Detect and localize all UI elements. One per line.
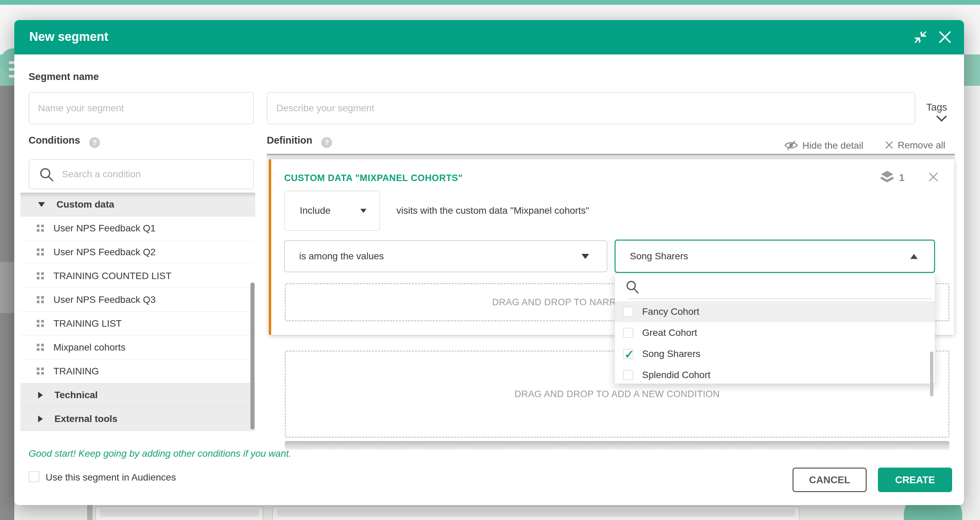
conditions-help-icon[interactable]: ? xyxy=(89,137,100,148)
checkbox-unchecked[interactable] xyxy=(623,328,633,338)
card-close-icon[interactable] xyxy=(928,172,939,183)
group-label: Technical xyxy=(54,390,98,401)
group-label: External tools xyxy=(54,413,118,425)
condition-item-label: TRAINING LIST xyxy=(53,318,122,329)
minimize-icon[interactable] xyxy=(914,30,927,44)
drag-handle-icon xyxy=(37,320,44,327)
hide-detail-label: Hide the detail xyxy=(802,140,863,151)
tags-label: Tags xyxy=(926,102,947,113)
drag-handle-icon xyxy=(37,344,44,351)
dropdown-search-icon xyxy=(625,279,640,294)
condition-item-label: TRAINING COUNTED LIST xyxy=(53,270,172,281)
condition-item[interactable]: TRAINING xyxy=(21,359,255,383)
dropdown-option[interactable]: Fancy Cohort xyxy=(615,301,935,322)
condition-item-label: User NPS Feedback Q2 xyxy=(53,247,156,258)
select-arrow-icon xyxy=(360,208,366,213)
condition-search-input[interactable] xyxy=(29,159,254,189)
eye-slash-icon xyxy=(784,140,798,151)
conditions-label: Conditions xyxy=(29,135,80,146)
app-bottom-divider xyxy=(87,505,92,520)
hide-detail-button[interactable]: Hide the detail xyxy=(784,140,863,151)
add-dropzone-label: DRAG AND DROP TO ADD A NEW CONDITION xyxy=(514,389,720,399)
dropdown-divider xyxy=(628,299,931,299)
app-bottom-panel xyxy=(95,506,263,520)
audiences-checkbox-label: Use this segment in Audiences xyxy=(46,472,176,483)
condition-card-title: CUSTOM DATA "MIXPANEL COHORTS" xyxy=(284,173,463,183)
condition-item[interactable]: TRAINING COUNTED LIST xyxy=(21,264,255,288)
dropdown-option[interactable]: Great Cohort xyxy=(615,322,935,343)
dropdown-option[interactable]: Splendid Cohort xyxy=(615,364,935,386)
condition-group-external-tools[interactable]: External tools xyxy=(21,407,255,431)
conditions-header: Conditions ? xyxy=(29,135,100,148)
condition-item-label: User NPS Feedback Q1 xyxy=(53,223,156,234)
drag-handle-icon xyxy=(37,367,44,375)
segment-description-input[interactable] xyxy=(267,92,915,124)
value-select[interactable]: Song Sharers xyxy=(614,240,935,273)
condition-group-technical[interactable]: Technical xyxy=(21,383,255,407)
value-select-label: Song Sharers xyxy=(630,251,688,262)
definition-help-icon[interactable]: ? xyxy=(321,137,332,148)
condition-item[interactable]: User NPS Feedback Q2 xyxy=(21,240,255,264)
condition-sentence: visits with the custom data "Mixpanel co… xyxy=(396,205,589,216)
segment-name-label: Segment name xyxy=(29,71,99,83)
hint-text: Good start! Keep going by adding other c… xyxy=(29,448,291,459)
group-label: Custom data xyxy=(56,199,115,210)
app-sidebar-active-item xyxy=(0,262,14,313)
include-label: Include xyxy=(300,205,331,216)
select-arrow-icon xyxy=(582,254,589,259)
option-label: Song Sharers xyxy=(642,348,700,359)
condition-item[interactable]: TRAINING LIST xyxy=(21,312,255,336)
condition-item-label: TRAINING xyxy=(53,366,99,377)
remove-all-label: Remove all xyxy=(898,140,945,150)
dropdown-scrollbar[interactable] xyxy=(930,351,933,396)
drag-handle-icon xyxy=(37,248,44,256)
condition-item[interactable]: Mixpanel cohorts xyxy=(21,336,255,359)
operator-select[interactable]: is among the values xyxy=(284,240,608,272)
dropdown-option[interactable]: ✓ Song Sharers xyxy=(615,343,935,364)
new-segment-modal: New segment Segment name Tags Conditions… xyxy=(14,20,964,505)
checkbox-unchecked[interactable] xyxy=(623,370,633,380)
dropdown-search-input[interactable] xyxy=(643,278,916,295)
definition-header: Definition ? xyxy=(267,135,332,148)
cancel-button[interactable]: CANCEL xyxy=(792,468,867,492)
condition-item[interactable]: User NPS Feedback Q3 xyxy=(21,288,255,312)
operator-label: is among the values xyxy=(299,251,384,262)
layer-count: 1 xyxy=(899,172,904,183)
caret-right-icon xyxy=(38,415,43,422)
select-arrow-up-icon xyxy=(910,254,918,259)
condition-group-custom-data[interactable]: Custom data xyxy=(21,192,255,216)
modal-header: New segment xyxy=(14,20,964,54)
checkbox-unchecked[interactable] xyxy=(623,307,633,317)
condition-item-label: User NPS Feedback Q3 xyxy=(53,294,156,305)
condition-item-label: Mixpanel cohorts xyxy=(53,342,126,353)
definition-horizontal-scrollbar[interactable] xyxy=(285,441,950,450)
remove-all-x-icon xyxy=(885,140,894,149)
create-button[interactable]: CREATE xyxy=(878,468,952,492)
conditions-list: Custom data User NPS Feedback Q1 User NP… xyxy=(21,192,255,431)
layers-icon xyxy=(880,170,894,184)
checkbox-checked[interactable]: ✓ xyxy=(623,349,633,359)
remove-all-button[interactable]: Remove all xyxy=(885,140,945,151)
definition-label: Definition xyxy=(267,135,312,146)
app-right-edge xyxy=(965,86,980,505)
caret-right-icon xyxy=(38,392,43,399)
segment-name-input[interactable] xyxy=(29,92,254,124)
condition-item[interactable]: User NPS Feedback Q1 xyxy=(21,216,255,240)
option-label: Fancy Cohort xyxy=(642,306,699,317)
app-top-strip xyxy=(0,0,980,5)
option-label: Great Cohort xyxy=(642,328,697,338)
caret-down-icon xyxy=(38,202,45,207)
conditions-scrollbar[interactable] xyxy=(250,283,255,429)
drag-handle-icon xyxy=(37,224,44,232)
drag-handle-icon xyxy=(37,272,44,279)
close-icon[interactable] xyxy=(938,30,952,44)
include-select[interactable]: Include xyxy=(284,191,380,231)
drag-handle-icon xyxy=(37,296,44,303)
audiences-checkbox[interactable] xyxy=(29,471,40,482)
app-bottom-panel xyxy=(272,506,800,520)
chevron-down-icon xyxy=(936,114,947,122)
value-dropdown-panel: Fancy Cohort Great Cohort ✓ Song Sharers… xyxy=(614,273,935,384)
definition-divider xyxy=(267,154,955,155)
option-label: Splendid Cohort xyxy=(642,370,711,380)
tags-dropdown[interactable]: Tags xyxy=(926,102,964,124)
